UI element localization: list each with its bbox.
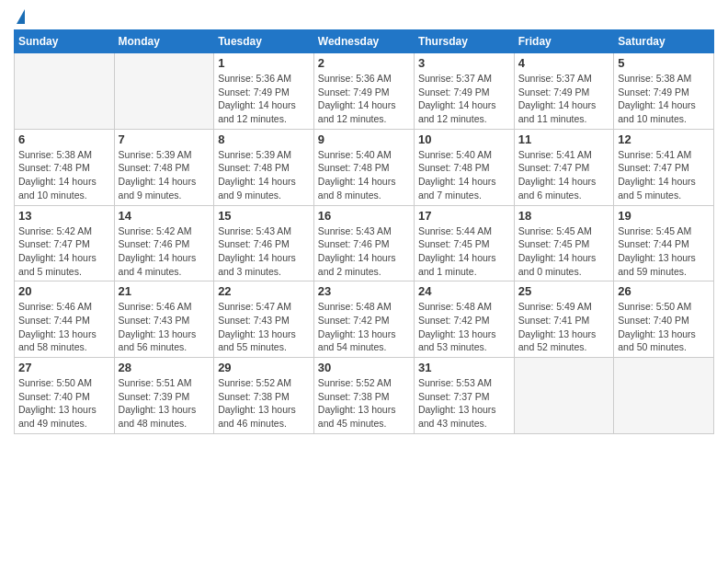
day-number: 27	[18, 361, 110, 374]
calendar-cell	[614, 358, 714, 434]
day-info: Sunrise: 5:46 AM Sunset: 7:43 PM Dayligh…	[119, 300, 210, 354]
calendar-cell: 20Sunrise: 5:46 AM Sunset: 7:44 PM Dayli…	[15, 282, 115, 358]
day-info: Sunrise: 5:40 AM Sunset: 7:48 PM Dayligh…	[418, 148, 510, 202]
day-number: 8	[218, 132, 310, 146]
calendar-row-3: 20Sunrise: 5:46 AM Sunset: 7:44 PM Dayli…	[15, 282, 714, 358]
day-info: Sunrise: 5:39 AM Sunset: 7:48 PM Dayligh…	[119, 148, 210, 202]
day-number: 18	[518, 209, 609, 223]
calendar-cell	[15, 53, 115, 130]
calendar-cell: 15Sunrise: 5:43 AM Sunset: 7:46 PM Dayli…	[214, 205, 314, 282]
day-number: 23	[318, 284, 410, 298]
calendar-cell: 22Sunrise: 5:47 AM Sunset: 7:43 PM Dayli…	[214, 282, 314, 358]
calendar-cell: 25Sunrise: 5:49 AM Sunset: 7:41 PM Dayli…	[514, 282, 613, 358]
calendar-cell: 18Sunrise: 5:45 AM Sunset: 7:45 PM Dayli…	[514, 205, 613, 282]
calendar-header-row: SundayMondayTuesdayWednesdayThursdayFrid…	[15, 30, 714, 53]
day-number: 9	[318, 132, 410, 146]
day-number: 2	[318, 56, 410, 70]
day-info: Sunrise: 5:49 AM Sunset: 7:41 PM Dayligh…	[518, 300, 609, 354]
calendar-cell: 24Sunrise: 5:48 AM Sunset: 7:42 PM Dayli…	[414, 282, 514, 358]
day-info: Sunrise: 5:41 AM Sunset: 7:47 PM Dayligh…	[518, 148, 609, 202]
calendar-row-1: 6Sunrise: 5:38 AM Sunset: 7:48 PM Daylig…	[15, 129, 714, 205]
day-info: Sunrise: 5:50 AM Sunset: 7:40 PM Dayligh…	[18, 376, 110, 431]
calendar-cell: 13Sunrise: 5:42 AM Sunset: 7:47 PM Dayli…	[15, 205, 115, 282]
day-number: 22	[218, 284, 310, 298]
day-info: Sunrise: 5:46 AM Sunset: 7:44 PM Dayligh…	[18, 300, 110, 354]
calendar-cell: 7Sunrise: 5:39 AM Sunset: 7:48 PM Daylig…	[114, 129, 214, 205]
logo-text	[14, 9, 25, 22]
calendar-cell: 26Sunrise: 5:50 AM Sunset: 7:40 PM Dayli…	[614, 282, 714, 358]
day-number: 30	[318, 361, 410, 374]
day-info: Sunrise: 5:47 AM Sunset: 7:43 PM Dayligh…	[218, 300, 310, 354]
day-info: Sunrise: 5:53 AM Sunset: 7:37 PM Dayligh…	[418, 376, 510, 431]
day-number: 24	[418, 284, 510, 298]
calendar-cell: 12Sunrise: 5:41 AM Sunset: 7:47 PM Dayli…	[614, 129, 714, 205]
day-info: Sunrise: 5:38 AM Sunset: 7:49 PM Dayligh…	[618, 72, 710, 126]
day-info: Sunrise: 5:41 AM Sunset: 7:47 PM Dayligh…	[618, 148, 710, 202]
day-info: Sunrise: 5:43 AM Sunset: 7:46 PM Dayligh…	[318, 224, 410, 279]
day-info: Sunrise: 5:37 AM Sunset: 7:49 PM Dayligh…	[418, 72, 510, 126]
calendar-cell: 1Sunrise: 5:36 AM Sunset: 7:49 PM Daylig…	[214, 53, 314, 130]
day-number: 11	[518, 132, 609, 146]
calendar-row-2: 13Sunrise: 5:42 AM Sunset: 7:47 PM Dayli…	[15, 205, 714, 282]
calendar-cell: 23Sunrise: 5:48 AM Sunset: 7:42 PM Dayli…	[313, 282, 414, 358]
day-number: 31	[418, 361, 510, 374]
day-info: Sunrise: 5:37 AM Sunset: 7:49 PM Dayligh…	[518, 72, 609, 126]
logo-triangle-icon	[17, 9, 25, 24]
day-info: Sunrise: 5:39 AM Sunset: 7:48 PM Dayligh…	[218, 148, 310, 202]
day-number: 26	[618, 284, 710, 298]
calendar-cell	[514, 358, 613, 434]
day-info: Sunrise: 5:52 AM Sunset: 7:38 PM Dayligh…	[318, 376, 410, 431]
calendar-cell: 11Sunrise: 5:41 AM Sunset: 7:47 PM Dayli…	[514, 129, 613, 205]
day-info: Sunrise: 5:36 AM Sunset: 7:49 PM Dayligh…	[318, 72, 410, 126]
day-number: 12	[618, 132, 710, 146]
day-info: Sunrise: 5:42 AM Sunset: 7:46 PM Dayligh…	[119, 224, 210, 279]
day-info: Sunrise: 5:43 AM Sunset: 7:46 PM Dayligh…	[218, 224, 310, 279]
logo	[14, 9, 25, 22]
calendar-cell: 31Sunrise: 5:53 AM Sunset: 7:37 PM Dayli…	[414, 358, 514, 434]
day-info: Sunrise: 5:40 AM Sunset: 7:48 PM Dayligh…	[318, 148, 410, 202]
day-info: Sunrise: 5:38 AM Sunset: 7:48 PM Dayligh…	[18, 148, 110, 202]
day-info: Sunrise: 5:45 AM Sunset: 7:45 PM Dayligh…	[518, 224, 609, 279]
day-number: 5	[618, 56, 710, 70]
calendar-cell: 30Sunrise: 5:52 AM Sunset: 7:38 PM Dayli…	[313, 358, 414, 434]
calendar-cell: 29Sunrise: 5:52 AM Sunset: 7:38 PM Dayli…	[214, 358, 314, 434]
day-info: Sunrise: 5:50 AM Sunset: 7:40 PM Dayligh…	[618, 300, 710, 354]
calendar-cell: 8Sunrise: 5:39 AM Sunset: 7:48 PM Daylig…	[214, 129, 314, 205]
day-info: Sunrise: 5:45 AM Sunset: 7:44 PM Dayligh…	[618, 224, 710, 279]
day-number: 20	[18, 284, 110, 298]
calendar-header-saturday: Saturday	[614, 30, 714, 53]
day-info: Sunrise: 5:52 AM Sunset: 7:38 PM Dayligh…	[218, 376, 310, 431]
calendar-cell: 2Sunrise: 5:36 AM Sunset: 7:49 PM Daylig…	[313, 53, 414, 130]
calendar-cell	[114, 53, 214, 130]
day-number: 25	[518, 284, 609, 298]
day-number: 6	[18, 132, 110, 146]
day-number: 17	[418, 209, 510, 223]
calendar-cell: 10Sunrise: 5:40 AM Sunset: 7:48 PM Dayli…	[414, 129, 514, 205]
calendar-cell: 21Sunrise: 5:46 AM Sunset: 7:43 PM Dayli…	[114, 282, 214, 358]
day-number: 16	[318, 209, 410, 223]
day-number: 28	[119, 361, 210, 374]
calendar-header-tuesday: Tuesday	[214, 30, 314, 53]
calendar-header-wednesday: Wednesday	[313, 30, 414, 53]
calendar-cell: 17Sunrise: 5:44 AM Sunset: 7:45 PM Dayli…	[414, 205, 514, 282]
day-number: 19	[618, 209, 710, 223]
day-info: Sunrise: 5:44 AM Sunset: 7:45 PM Dayligh…	[418, 224, 510, 279]
calendar-header-thursday: Thursday	[414, 30, 514, 53]
day-info: Sunrise: 5:48 AM Sunset: 7:42 PM Dayligh…	[418, 300, 510, 354]
calendar-cell: 16Sunrise: 5:43 AM Sunset: 7:46 PM Dayli…	[313, 205, 414, 282]
day-info: Sunrise: 5:36 AM Sunset: 7:49 PM Dayligh…	[218, 72, 310, 126]
calendar-cell: 6Sunrise: 5:38 AM Sunset: 7:48 PM Daylig…	[15, 129, 115, 205]
calendar-cell: 3Sunrise: 5:37 AM Sunset: 7:49 PM Daylig…	[414, 53, 514, 130]
calendar-cell: 5Sunrise: 5:38 AM Sunset: 7:49 PM Daylig…	[614, 53, 714, 130]
day-number: 1	[218, 56, 310, 70]
day-number: 21	[119, 284, 210, 298]
calendar-cell: 9Sunrise: 5:40 AM Sunset: 7:48 PM Daylig…	[313, 129, 414, 205]
day-number: 3	[418, 56, 510, 70]
day-info: Sunrise: 5:51 AM Sunset: 7:39 PM Dayligh…	[119, 376, 210, 431]
day-number: 29	[218, 361, 310, 374]
calendar-header-friday: Friday	[514, 30, 613, 53]
calendar-row-0: 1Sunrise: 5:36 AM Sunset: 7:49 PM Daylig…	[15, 53, 714, 130]
calendar-cell: 14Sunrise: 5:42 AM Sunset: 7:46 PM Dayli…	[114, 205, 214, 282]
day-info: Sunrise: 5:42 AM Sunset: 7:47 PM Dayligh…	[18, 224, 110, 279]
calendar-cell: 4Sunrise: 5:37 AM Sunset: 7:49 PM Daylig…	[514, 53, 613, 130]
